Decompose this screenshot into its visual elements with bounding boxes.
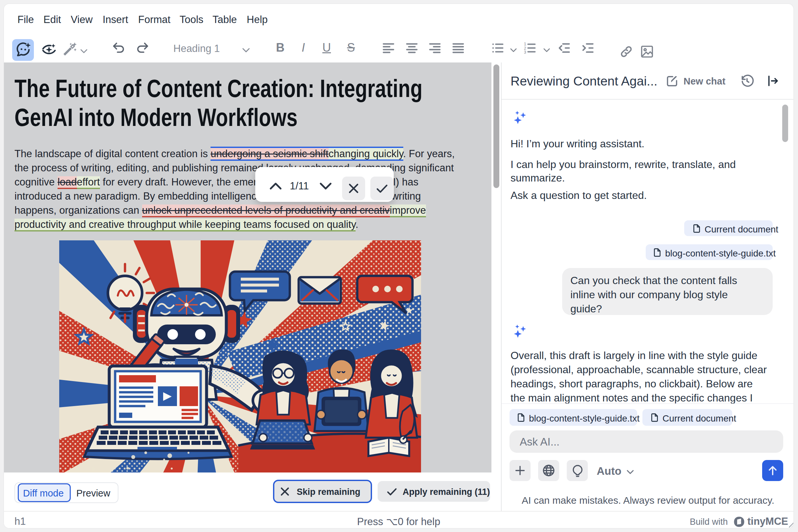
svg-text:3: 3 xyxy=(524,50,526,55)
